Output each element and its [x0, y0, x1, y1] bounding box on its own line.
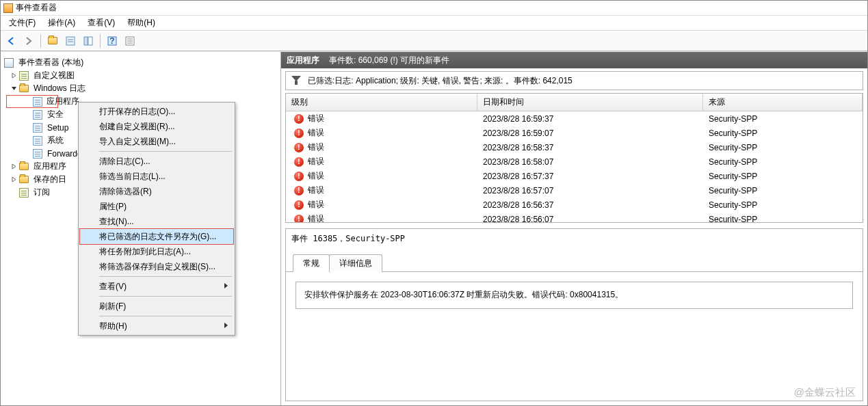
detail-pane: 事件 16385，Security-SPP 常规 详细信息 安排软件保护服务在 … — [285, 228, 863, 401]
toolbar: ? — [1, 31, 867, 51]
ctx-item[interactable]: 清除筛选器(R) — [80, 184, 233, 199]
menu-action[interactable]: 操作(A) — [42, 16, 81, 30]
tree-label: 自定义视图 — [32, 69, 76, 82]
ctx-item[interactable]: 导入自定义视图(M)... — [80, 134, 233, 149]
col-source[interactable]: 来源 — [703, 94, 863, 111]
view-icon — [18, 70, 29, 81]
table-row[interactable]: !错误2023/8/28 16:56:37Security-SPP — [286, 198, 863, 212]
ctx-item[interactable]: 将筛选器保存到自定义视图(S)... — [80, 259, 233, 274]
svg-text:?: ? — [109, 36, 114, 46]
app-icon — [3, 3, 13, 13]
ctx-item[interactable]: 将已筛选的日志文件另存为(G)... — [80, 229, 233, 244]
menu-help[interactable]: 帮助(H) — [122, 16, 161, 30]
error-icon: ! — [294, 215, 304, 223]
tab-general[interactable]: 常规 — [293, 254, 330, 272]
cell-datetime: 2023/8/28 16:57:07 — [477, 183, 703, 198]
error-icon: ! — [294, 200, 304, 210]
svg-rect-0 — [66, 37, 75, 45]
ctx-item[interactable]: 筛选当前日志(L)... — [80, 169, 233, 184]
ctx-separator — [99, 276, 232, 277]
detail-message: 安排软件保护服务在 2023-08-30T16:06:37Z 时重新启动失败。错… — [295, 282, 853, 309]
error-icon: ! — [294, 143, 304, 152]
tree-item-windowslogs[interactable]: Windows 日志 — [2, 82, 279, 95]
toolbar-separator — [40, 34, 41, 48]
tree-item-customviews[interactable]: 自定义视图 — [2, 69, 279, 82]
content-area: 事件查看器 (本地) 自定义视图 Windows 日志 应用程序 安全 — [1, 51, 867, 405]
cell-source: Security-SPP — [703, 111, 863, 126]
event-grid[interactable]: 级别 日期和时间 来源 !错误2023/8/28 16:59:37Securit… — [285, 93, 863, 223]
filter-pane-button[interactable] — [81, 33, 96, 49]
expand-icon[interactable] — [9, 162, 18, 172]
window-frame: 事件查看器 文件(F) 操作(A) 查看(V) 帮助(H) ? 事件查看器 (本… — [0, 0, 868, 406]
title-bar[interactable]: 事件查看器 — [1, 1, 867, 16]
ctx-item[interactable]: 帮助(H) — [80, 319, 233, 334]
ctx-separator — [99, 316, 232, 316]
cell-datetime: 2023/8/28 16:59:07 — [477, 126, 703, 141]
up-folder-button[interactable] — [45, 33, 60, 49]
menu-view[interactable]: 查看(V) — [82, 16, 120, 30]
submenu-arrow-icon — [224, 283, 228, 288]
window-title: 事件查看器 — [16, 2, 57, 14]
tree-label: Windows 日志 — [32, 82, 87, 95]
folder-icon — [18, 161, 29, 172]
cell-source: Security-SPP — [703, 183, 863, 198]
watermark: @金蝶云社区 — [794, 386, 856, 399]
expand-icon[interactable] — [9, 175, 18, 185]
table-row[interactable]: !错误2023/8/28 16:58:37Security-SPP — [286, 140, 863, 154]
table-row[interactable]: !错误2023/8/28 16:56:07Security-SPP — [286, 212, 863, 222]
svg-rect-4 — [88, 37, 92, 45]
menu-file[interactable]: 文件(F) — [3, 16, 41, 30]
right-header-title: 应用程序 — [287, 55, 319, 66]
cell-level: 错误 — [308, 170, 324, 182]
toolbar-separator — [100, 34, 101, 48]
table-row[interactable]: !错误2023/8/28 16:59:37Security-SPP — [286, 111, 863, 126]
collapse-icon[interactable] — [9, 84, 18, 94]
cell-source: Security-SPP — [703, 212, 863, 223]
tree-root[interactable]: 事件查看器 (本地) — [2, 56, 279, 69]
tree-label: Setup — [46, 122, 70, 133]
table-row[interactable]: !错误2023/8/28 16:57:37Security-SPP — [286, 169, 863, 183]
error-icon: ! — [294, 157, 304, 167]
ctx-item[interactable]: 属性(P) — [80, 199, 233, 214]
tree-label: 订阅 — [32, 186, 51, 199]
ctx-item[interactable]: 创建自定义视图(R)... — [80, 119, 233, 134]
expand-icon[interactable] — [9, 71, 18, 81]
cell-level: 错误 — [308, 113, 324, 124]
cell-source: Security-SPP — [703, 198, 863, 213]
error-icon: ! — [294, 172, 304, 181]
tree-label: 保存的日 — [32, 173, 68, 186]
properties-button[interactable] — [63, 33, 78, 49]
tree-item-application[interactable]: 应用程序 — [6, 95, 58, 108]
ctx-item[interactable]: 查找(N)... — [80, 214, 233, 229]
log-icon — [32, 122, 43, 133]
ctx-item[interactable]: 刷新(F) — [80, 299, 233, 314]
cell-source: Security-SPP — [703, 126, 863, 141]
find-button[interactable] — [122, 33, 137, 49]
table-row[interactable]: !错误2023/8/28 16:59:07Security-SPP — [286, 126, 863, 140]
tree-root-label: 事件查看器 (本地) — [17, 56, 85, 69]
forward-button[interactable] — [21, 33, 36, 49]
ctx-item[interactable]: 打开保存的日志(O)... — [80, 104, 233, 119]
error-icon: ! — [294, 128, 304, 138]
tab-details[interactable]: 详细信息 — [329, 254, 382, 272]
cell-datetime: 2023/8/28 16:56:07 — [477, 212, 703, 223]
col-level[interactable]: 级别 — [286, 94, 477, 111]
view-icon — [18, 187, 29, 198]
help-button[interactable]: ? — [105, 33, 120, 49]
back-button[interactable] — [3, 33, 18, 49]
table-row[interactable]: !错误2023/8/28 16:58:07Security-SPP — [286, 154, 863, 169]
navigation-tree[interactable]: 事件查看器 (本地) 自定义视图 Windows 日志 应用程序 安全 — [1, 52, 281, 405]
context-menu: 打开保存的日志(O)...创建自定义视图(R)...导入自定义视图(M)...清… — [78, 102, 235, 336]
cell-datetime: 2023/8/28 16:58:07 — [477, 154, 703, 170]
ctx-item[interactable]: 清除日志(C)... — [80, 154, 233, 169]
filter-text: 已筛选:日志: Application; 级别: 关键, 错误, 警告; 来源:… — [308, 75, 573, 87]
cell-level: 错误 — [308, 156, 324, 167]
ctx-item[interactable]: 查看(V) — [80, 279, 233, 294]
ctx-item[interactable]: 将任务附加到此日志(A)... — [80, 244, 233, 259]
log-icon — [32, 109, 43, 120]
table-row[interactable]: !错误2023/8/28 16:57:07Security-SPP — [286, 183, 863, 198]
filter-bar[interactable]: 已筛选:日志: Application; 级别: 关键, 错误, 警告; 来源:… — [285, 71, 863, 90]
cell-source: Security-SPP — [703, 140, 863, 155]
ctx-separator — [99, 151, 232, 152]
col-datetime[interactable]: 日期和时间 — [477, 94, 703, 111]
